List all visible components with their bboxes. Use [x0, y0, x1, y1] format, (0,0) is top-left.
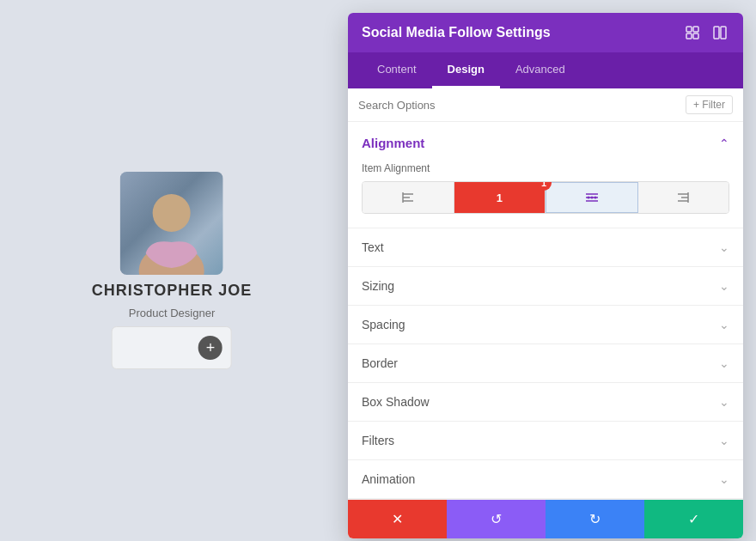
- section-sizing[interactable]: Sizing ⌄: [348, 267, 743, 306]
- alignment-options: 1 1: [362, 181, 729, 214]
- save-icon: ✓: [688, 511, 699, 527]
- alignment-title: Alignment: [362, 136, 424, 150]
- section-box-shadow[interactable]: Box Shadow ⌄: [348, 383, 743, 422]
- add-social-button[interactable]: +: [198, 336, 223, 360]
- section-border[interactable]: Border ⌄: [348, 344, 743, 383]
- bottom-toolbar: ✕ ↺ ↻ ✓: [348, 499, 743, 538]
- undo-icon: ↺: [491, 511, 502, 527]
- chevron-down-icon-text: ⌄: [719, 240, 729, 254]
- tab-advanced[interactable]: Advanced: [500, 52, 581, 88]
- search-input[interactable]: [358, 99, 686, 112]
- filter-button[interactable]: + Filter: [686, 95, 733, 114]
- tab-design[interactable]: Design: [432, 52, 500, 88]
- svg-point-17: [594, 197, 596, 199]
- search-bar: + Filter: [348, 88, 743, 122]
- chevron-down-icon-animation: ⌄: [719, 472, 729, 486]
- section-sizing-label: Sizing: [362, 279, 394, 293]
- avatar: [120, 172, 223, 275]
- profile-name: CHRISTOPHER JOE: [92, 282, 253, 300]
- section-animation[interactable]: Animation ⌄: [348, 460, 743, 499]
- section-text[interactable]: Text ⌄: [348, 228, 743, 267]
- settings-panel: Social Media Follow Settings Content Des…: [348, 13, 743, 538]
- tab-content[interactable]: Content: [362, 52, 432, 88]
- filter-label: + Filter: [693, 99, 725, 111]
- chevron-down-icon-filters: ⌄: [719, 434, 729, 447]
- chevron-down-icon-sizing: ⌄: [719, 279, 729, 293]
- chevron-down-icon-border: ⌄: [719, 356, 729, 370]
- svg-rect-3: [693, 27, 698, 32]
- svg-point-16: [590, 197, 593, 199]
- panel-content: Alignment ⌃ Item Alignment 1 1: [348, 122, 743, 499]
- cancel-icon: ✕: [392, 511, 403, 527]
- columns-icon[interactable]: [710, 23, 729, 42]
- profile-title: Product Designer: [129, 307, 215, 319]
- section-box-shadow-label: Box Shadow: [362, 395, 430, 409]
- section-spacing-label: Spacing: [362, 318, 405, 331]
- chevron-up-icon[interactable]: ⌃: [719, 137, 729, 150]
- svg-rect-5: [693, 33, 698, 39]
- item-alignment-label: Item Alignment: [362, 162, 729, 174]
- section-animation-label: Animation: [362, 472, 415, 486]
- svg-point-0: [153, 194, 191, 232]
- chevron-down-icon-box-shadow: ⌄: [719, 395, 729, 409]
- profile-card: CHRISTOPHER JOE Product Designer +: [92, 172, 253, 369]
- panel-header: Social Media Follow Settings: [348, 13, 743, 52]
- chevron-down-icon-spacing: ⌄: [719, 318, 729, 331]
- svg-point-15: [587, 197, 589, 199]
- save-button[interactable]: ✓: [644, 500, 743, 538]
- align-left-option[interactable]: [363, 182, 454, 213]
- panel-title: Social Media Follow Settings: [362, 25, 551, 40]
- panel-tabs: Content Design Advanced: [348, 52, 743, 88]
- svg-rect-4: [686, 33, 692, 39]
- redo-button[interactable]: ↻: [546, 500, 644, 538]
- svg-rect-2: [686, 27, 692, 32]
- align-justify-option[interactable]: [546, 182, 638, 213]
- cancel-button[interactable]: ✕: [348, 500, 447, 538]
- redo-icon: ↻: [589, 511, 601, 527]
- undo-button[interactable]: ↺: [447, 500, 546, 538]
- expand-icon[interactable]: [683, 23, 702, 42]
- align-right-option[interactable]: [638, 182, 729, 213]
- svg-rect-6: [714, 27, 719, 39]
- social-media-box: +: [112, 326, 232, 369]
- section-filters-label: Filters: [362, 434, 394, 447]
- svg-rect-7: [721, 27, 726, 39]
- panel-header-icons: [683, 23, 729, 42]
- section-filters[interactable]: Filters ⌄: [348, 422, 743, 460]
- alignment-section: Alignment ⌃ Item Alignment 1 1: [348, 122, 743, 228]
- alignment-header: Alignment ⌃: [362, 136, 729, 150]
- section-text-label: Text: [362, 240, 384, 254]
- avatar-image: [120, 172, 223, 275]
- section-spacing[interactable]: Spacing ⌄: [348, 306, 743, 344]
- align-center-option[interactable]: 1 1: [454, 182, 546, 213]
- section-border-label: Border: [362, 356, 398, 370]
